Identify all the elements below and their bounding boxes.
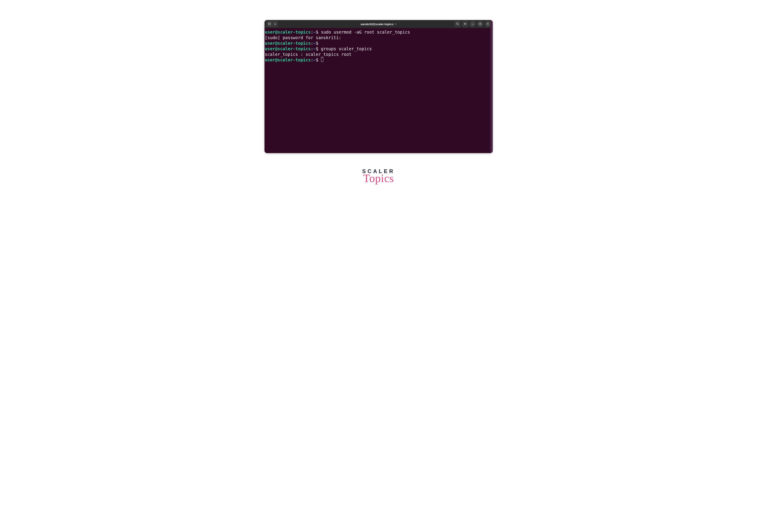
new-tab-group xyxy=(266,21,278,27)
close-button[interactable] xyxy=(485,21,491,27)
terminal-prompt-line: user@scaler-topics:~$ groups scaler_topi… xyxy=(265,46,492,52)
prompt-symbol: $ xyxy=(316,41,321,45)
prompt-path: ~ xyxy=(313,57,316,62)
window-titlebar: sanskriti@scaler-topics: ~ xyxy=(264,20,493,28)
brand-text-bottom: Topics xyxy=(362,173,395,184)
prompt-user-host: user@scaler-topics xyxy=(265,46,311,51)
prompt-separator: : xyxy=(311,46,313,51)
hamburger-icon xyxy=(464,22,467,26)
prompt-symbol: $ xyxy=(316,30,321,35)
new-tab-dropdown[interactable] xyxy=(273,21,278,27)
terminal-output-line: scaler_topics : scaler_topics root xyxy=(265,52,492,57)
prompt-path: ~ xyxy=(313,30,316,35)
minimize-icon xyxy=(471,22,474,26)
svg-point-3 xyxy=(456,23,458,24)
terminal-output-line: [sudo] password for sanskriti: xyxy=(265,35,492,41)
command-text: sudo usermod -aG root scaler_topics xyxy=(321,30,410,35)
terminal-prompt-line: user@scaler-topics:~$ xyxy=(265,41,492,46)
svg-line-4 xyxy=(458,24,458,25)
prompt-path: ~ xyxy=(313,46,316,51)
maximize-button[interactable] xyxy=(477,21,483,27)
prompt-user-host: user@scaler-topics xyxy=(265,57,311,62)
titlebar-right-controls xyxy=(454,21,491,27)
new-tab-icon xyxy=(268,22,271,26)
prompt-separator: : xyxy=(311,30,313,35)
terminal-cursor xyxy=(321,57,323,62)
terminal-prompt-line: user@scaler-topics:~$ xyxy=(265,57,492,63)
svg-rect-9 xyxy=(479,23,481,24)
prompt-separator: : xyxy=(311,57,313,62)
titlebar-left-controls xyxy=(266,21,278,27)
command-text: groups scaler_topics xyxy=(321,46,372,51)
prompt-path: ~ xyxy=(313,41,316,45)
hamburger-menu-button[interactable] xyxy=(462,21,468,27)
brand-logo: SCALER Topics xyxy=(362,169,395,184)
terminal-window: sanskriti@scaler-topics: ~ xyxy=(264,20,493,153)
search-icon xyxy=(456,22,459,26)
prompt-user-host: user@scaler-topics xyxy=(265,30,311,35)
close-icon xyxy=(486,22,489,26)
output-text: scaler_topics : scaler_topics root xyxy=(265,52,351,57)
new-tab-button[interactable] xyxy=(266,21,273,27)
terminal-body[interactable]: user@scaler-topics:~$ sudo usermod -aG r… xyxy=(264,28,493,153)
prompt-symbol: $ xyxy=(316,46,321,51)
terminal-scrollbar[interactable] xyxy=(491,20,493,153)
prompt-separator: : xyxy=(311,41,313,45)
maximize-icon xyxy=(479,22,482,26)
search-button[interactable] xyxy=(454,21,461,27)
prompt-user-host: user@scaler-topics xyxy=(265,41,311,45)
output-text: [sudo] password for sanskriti: xyxy=(265,35,344,40)
terminal-prompt-line: user@scaler-topics:~$ sudo usermod -aG r… xyxy=(265,29,492,35)
prompt-symbol: $ xyxy=(316,57,321,62)
chevron-down-icon xyxy=(274,22,276,26)
minimize-button[interactable] xyxy=(469,21,476,27)
